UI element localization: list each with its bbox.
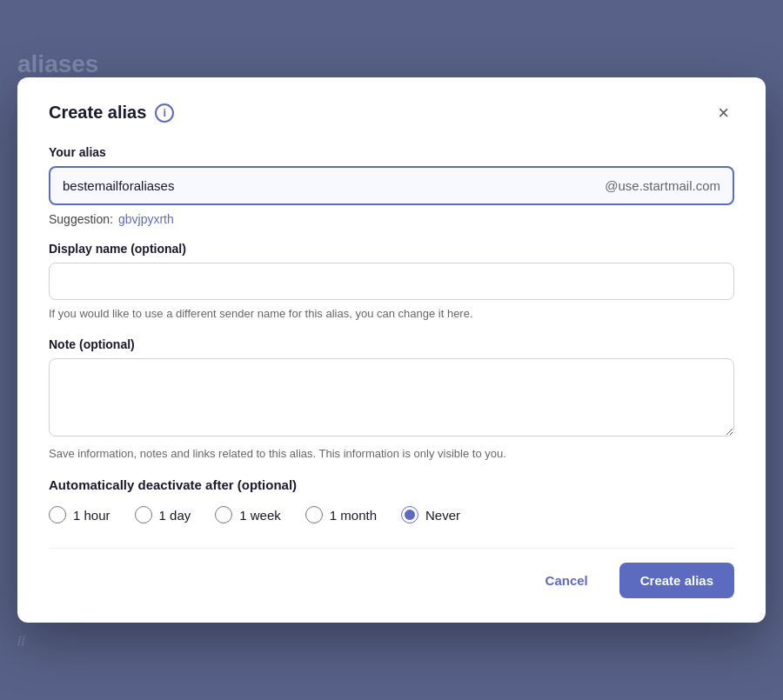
create-alias-modal: Create alias i × Your alias @use.startma…	[17, 77, 766, 623]
radio-option-1month[interactable]: 1 month	[305, 506, 377, 523]
radio-1month[interactable]	[305, 506, 323, 523]
display-name-input[interactable]	[49, 263, 734, 300]
radio-label-1hour: 1 hour	[73, 508, 110, 523]
display-name-helper: If you would like to use a different sen…	[49, 306, 734, 322]
display-name-field-group: Display name (optional) If you would lik…	[49, 242, 734, 322]
deactivate-field-group: Automatically deactivate after (optional…	[49, 477, 734, 523]
info-icon[interactable]: i	[155, 103, 174, 123]
create-alias-button[interactable]: Create alias	[619, 563, 734, 598]
note-field-group: Note (optional) Save information, notes …	[49, 337, 734, 462]
radio-option-never[interactable]: Never	[401, 506, 460, 523]
note-label: Note (optional)	[49, 337, 734, 351]
radio-1week[interactable]	[215, 506, 232, 523]
cancel-button[interactable]: Cancel	[528, 564, 606, 597]
modal-header: Create alias i ×	[49, 102, 734, 124]
suggestion-row: Suggestion: gbvjpyxrth	[49, 212, 734, 226]
display-name-label: Display name (optional)	[49, 242, 734, 256]
radio-group: 1 hour 1 day 1 week 1 month Never	[49, 506, 734, 523]
alias-input-wrapper: @use.startmail.com	[49, 166, 734, 205]
radio-label-1day: 1 day	[159, 508, 191, 523]
radio-label-never: Never	[425, 508, 460, 523]
alias-domain: @use.startmail.com	[592, 168, 733, 203]
radio-never[interactable]	[401, 506, 418, 523]
radio-label-1month: 1 month	[330, 508, 377, 523]
suggestion-link[interactable]: gbvjpyxrth	[118, 212, 174, 226]
note-helper: Save information, notes and links relate…	[49, 446, 734, 462]
radio-1day[interactable]	[135, 506, 152, 523]
radio-option-1week[interactable]: 1 week	[215, 506, 281, 523]
radio-option-1hour[interactable]: 1 hour	[49, 506, 110, 523]
radio-label-1week: 1 week	[239, 508, 281, 523]
alias-input[interactable]	[50, 168, 592, 203]
deactivate-label: Automatically deactivate after (optional…	[49, 477, 734, 492]
modal-title-group: Create alias i	[49, 103, 174, 123]
alias-label: Your alias	[49, 145, 734, 159]
note-textarea[interactable]	[49, 358, 734, 437]
radio-1hour[interactable]	[49, 506, 66, 523]
modal-title: Create alias	[49, 103, 146, 123]
alias-field-group: Your alias @use.startmail.com Suggestion…	[49, 145, 734, 226]
close-button[interactable]: ×	[713, 102, 734, 124]
radio-option-1day[interactable]: 1 day	[135, 506, 191, 523]
modal-footer: Cancel Create alias	[49, 548, 734, 598]
suggestion-prefix: Suggestion:	[49, 212, 113, 226]
